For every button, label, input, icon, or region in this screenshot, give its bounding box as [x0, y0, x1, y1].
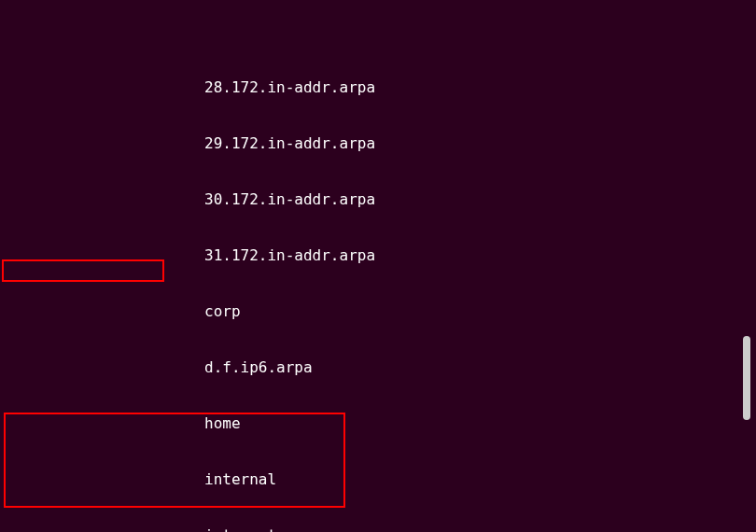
domain-list: 28.172.in-addr.arpa 29.172.in-addr.arpa … — [4, 41, 752, 532]
domain-item: corp — [204, 302, 752, 321]
domain-item: internal — [204, 470, 752, 489]
domain-item: 28.172.in-addr.arpa — [204, 78, 752, 97]
domain-item: home — [204, 414, 752, 433]
scrollbar[interactable] — [743, 336, 750, 420]
domain-item: 31.172.in-addr.arpa — [204, 246, 752, 265]
domain-item: d.f.ip6.arpa — [204, 358, 752, 377]
domain-item: intranet — [204, 526, 752, 532]
terminal-output: 28.172.in-addr.arpa 29.172.in-addr.arpa … — [4, 4, 752, 532]
domain-item: 30.172.in-addr.arpa — [204, 190, 752, 209]
domain-item: 29.172.in-addr.arpa — [204, 134, 752, 153]
